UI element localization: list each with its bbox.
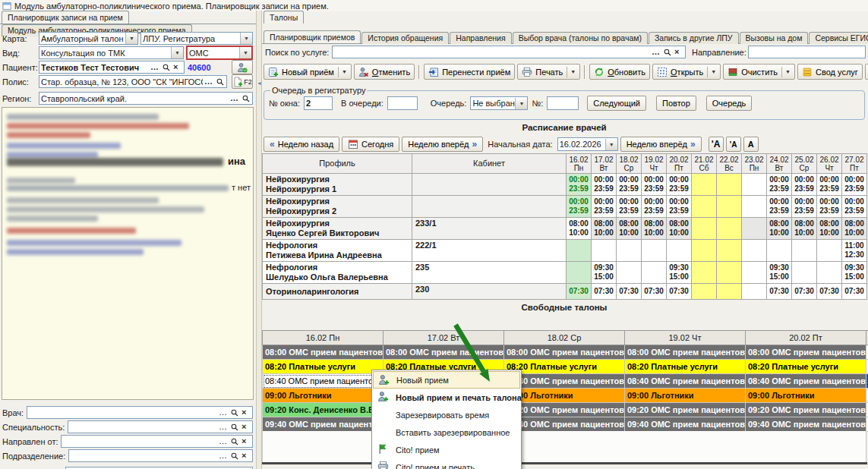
menu-item-new-appointment[interactable]: Новый прием [373, 371, 520, 389]
schedule-cell[interactable] [717, 196, 742, 218]
schedule-cell[interactable]: 07:30 [792, 284, 817, 300]
queue-button[interactable]: Очередь [706, 96, 753, 111]
schedule-cell[interactable] [692, 284, 717, 300]
font-reset-button[interactable]: A [743, 137, 759, 152]
right-tab[interactable]: Выбор врача (талоны по врачам) [513, 32, 648, 44]
schedule-cell[interactable]: 08:0010:00 [817, 218, 842, 240]
field-input[interactable]: …× [61, 435, 253, 448]
schedule-cell[interactable] [692, 174, 717, 196]
ellipsis-icon[interactable]: … [652, 48, 661, 57]
ticket-cell[interactable]: 09:20 ОМС прием пациентов [503, 403, 624, 417]
schedule-cell[interactable]: 08:0010:00 [667, 218, 692, 240]
schedule-cell[interactable] [567, 240, 592, 262]
schedule-cell[interactable]: 07:30 [567, 284, 592, 300]
direction-input[interactable] [748, 46, 866, 58]
schedule-cell[interactable]: 07:30 [617, 284, 642, 300]
tickets-day-header[interactable]: 19.02 Чт [624, 331, 745, 345]
chevron-down-icon[interactable]: ▼ [567, 67, 576, 77]
schedule-cell[interactable] [667, 240, 692, 262]
schedule-cell[interactable]: 00:0023:59 [767, 196, 792, 218]
x-icon[interactable]: × [674, 48, 683, 57]
schedule-cell[interactable] [717, 218, 742, 240]
schedule-day-header[interactable]: 18.02Ср [617, 154, 642, 174]
x-icon[interactable]: × [241, 423, 251, 432]
schedule-cell[interactable]: 08:0010:00 [592, 218, 617, 240]
menu-item-cito[interactable]: Cito! прием [373, 441, 520, 458]
schedule-cell[interactable] [617, 262, 642, 284]
ticket-cell[interactable]: 08:20 Платные услуги [624, 360, 745, 374]
open-button[interactable]: Открыть▼ [652, 64, 721, 80]
collapse-left-icon[interactable]: ◄ [257, 80, 262, 86]
ticket-cell[interactable]: 08:00 ОМС прием пациентов [263, 345, 383, 360]
ticket-cell[interactable]: 09:20 ОМС прием пациентов [745, 403, 866, 417]
ticket-cell[interactable]: 08:00 ОМС прием пациентов [383, 345, 503, 360]
window-number-input[interactable]: 2 [304, 96, 333, 110]
schedule-cell[interactable]: 07:30 [842, 284, 867, 300]
right-tab[interactable]: Запись в другие ЛПУ [649, 32, 739, 44]
ellipsis-icon[interactable]: … [219, 408, 228, 417]
schedule-cell[interactable] [642, 240, 667, 262]
schedule-cell[interactable]: 08:0010:00 [567, 218, 592, 240]
new-appointment-button[interactable]: Новый приём▼ [264, 64, 352, 80]
tickets-day-header[interactable]: 20.02 Пт [745, 331, 866, 345]
schedule-cell[interactable]: 08:0010:00 [617, 218, 642, 240]
schedule-cell[interactable]: 09:3015:00 [842, 262, 867, 284]
font-smaller-button[interactable]: 'A [726, 137, 741, 152]
ticket-cell[interactable]: 09:40 ОМС прием пациентов [624, 417, 745, 432]
x-icon[interactable]: × [241, 408, 251, 417]
schedule-cell[interactable] [717, 240, 742, 262]
queue-select[interactable]: Не выбрано▼ [470, 96, 528, 110]
ticket-cell[interactable]: 08:40 ОМС прием пациентов [503, 374, 624, 389]
chevron-down-icon[interactable]: ▼ [605, 139, 617, 150]
schedule-day-header[interactable]: 26.02Чт [817, 154, 842, 174]
schedule-cell[interactable] [742, 240, 767, 262]
schedule-cell[interactable] [717, 174, 742, 196]
field-input[interactable]: …× [68, 420, 253, 433]
ticket-cell[interactable]: 08:40 ОМС прием пациентов [624, 374, 745, 389]
schedule-day-header[interactable]: 22.02Вс [717, 154, 742, 174]
schedule-cell[interactable]: 08:0010:00 [792, 218, 817, 240]
ticket-cell[interactable]: 09:40 ОМС прием пациентов [503, 417, 624, 432]
schedule-cell[interactable] [692, 196, 717, 218]
schedule-cell[interactable] [692, 218, 717, 240]
magnifier-icon[interactable] [241, 94, 251, 103]
ticket-cell[interactable]: 08:40 ОМС прием пациентов [263, 374, 383, 389]
schedule-cell[interactable]: 07:30 [817, 284, 842, 300]
schedule-cell[interactable]: 09:3015:00 [592, 262, 617, 284]
schedule-cell[interactable] [717, 262, 742, 284]
week-back-button[interactable]: « Неделю назад [264, 137, 339, 152]
chevron-down-icon[interactable]: ▼ [781, 67, 791, 77]
schedule-day-header[interactable]: 25.02Ср [792, 154, 817, 174]
policy-field[interactable]: Стар. образца, № 123, ООО "СК "ИНГОССТ … [39, 75, 227, 88]
ellipsis-icon[interactable]: … [219, 452, 228, 461]
registry-select[interactable]: ЛПУ. Регистратура▼ [140, 32, 253, 45]
uec-read-button[interactable]: Считать с УЭК [865, 64, 868, 80]
right-tab[interactable]: Сервисы ЕГИСЗ [809, 32, 868, 44]
payment-type-select[interactable]: ОМС▼ [186, 46, 253, 60]
chevron-down-icon[interactable]: ▼ [338, 67, 347, 77]
magnifier-icon[interactable] [162, 63, 171, 72]
ellipsis-icon[interactable]: … [204, 77, 213, 87]
ellipsis-icon[interactable]: … [150, 63, 159, 72]
schedule-cell[interactable]: 00:0023:59 [667, 174, 692, 196]
magnifier-icon[interactable] [230, 452, 239, 461]
menu-item-reserve-time[interactable]: Зарезервировать время [373, 406, 520, 423]
schedule-cell[interactable] [642, 262, 667, 284]
schedule-cell[interactable] [717, 284, 742, 300]
schedule-cell[interactable]: 08:0010:00 [642, 218, 667, 240]
clear-button[interactable]: Очистить▼ [723, 64, 795, 80]
schedule-day-header[interactable]: 24.02Вт [767, 154, 792, 174]
magnifier-icon[interactable] [230, 437, 239, 446]
field-input[interactable]: …× [27, 406, 253, 419]
schedule-cell[interactable]: 09:3015:00 [767, 262, 792, 284]
schedule-cell[interactable] [742, 196, 767, 218]
ticket-cell[interactable]: 08:40 ОМС прием пациентов [745, 374, 866, 389]
schedule-day-header[interactable]: 16.02Пн [567, 154, 592, 174]
right-tab[interactable]: Направления [450, 32, 511, 44]
ellipsis-icon[interactable]: … [219, 423, 228, 432]
schedule-cell[interactable]: 08:0010:00 [767, 218, 792, 240]
schedule-cell[interactable]: 00:0023:59 [567, 196, 592, 218]
schedule-cell[interactable]: 00:0023:59 [842, 174, 867, 196]
magnifier-icon[interactable] [216, 77, 225, 87]
schedule-cell[interactable] [567, 262, 592, 284]
